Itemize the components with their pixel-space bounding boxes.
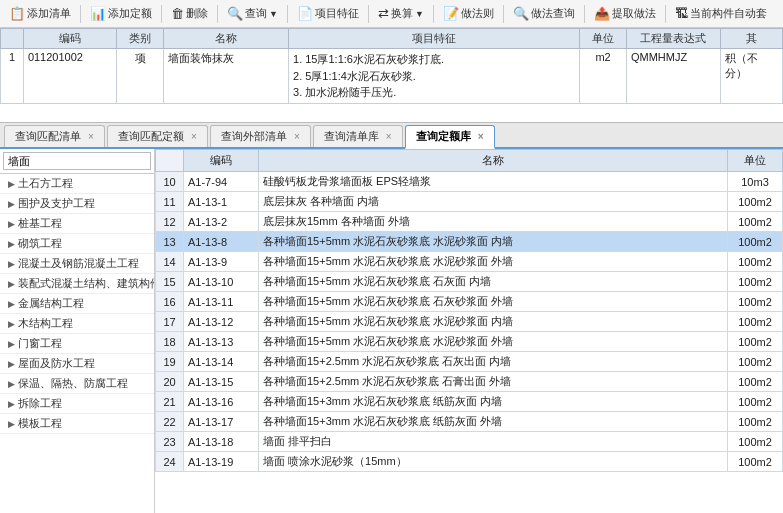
query-arrow-icon: ▼ bbox=[269, 9, 278, 19]
tab-match-amount[interactable]: 查询匹配定额 × bbox=[107, 125, 208, 147]
cell-unit: 100m2 bbox=[728, 252, 783, 272]
tree-item-earthwork[interactable]: ▶ 土石方工程 bbox=[0, 174, 154, 194]
main-table: 编码 名称 单位 10 A1-7-94 硅酸钙板龙骨浆墙面板 EPS轻墙浆 10… bbox=[155, 149, 783, 472]
th-feature: 项目特征 bbox=[289, 29, 580, 49]
tab-close-query-list[interactable]: × bbox=[386, 131, 392, 142]
table-row[interactable]: 22 A1-13-17 各种墙面15+3mm 水泥石灰砂浆底 纸筋灰面 外墙 1… bbox=[156, 412, 783, 432]
tree-label-insulation: 保温、隔热、防腐工程 bbox=[18, 376, 128, 391]
table-row[interactable]: 20 A1-13-15 各种墙面15+2.5mm 水泥石灰砂浆底 石膏出面 外墙… bbox=[156, 372, 783, 392]
tree-arrow-earthwork: ▶ bbox=[8, 179, 15, 189]
row-name: 墙面装饰抹灰 bbox=[164, 49, 289, 104]
tree-item-prefab[interactable]: ▶ 装配式混凝土结构、建筑构件及... bbox=[0, 274, 154, 294]
separator bbox=[503, 5, 504, 23]
make-query-icon: 🔍 bbox=[513, 6, 529, 21]
tab-close-match-list[interactable]: × bbox=[88, 131, 94, 142]
tree-item-wood[interactable]: ▶ 木结构工程 bbox=[0, 314, 154, 334]
table-row[interactable]: 23 A1-13-18 墙面 排平扫白 100m2 bbox=[156, 432, 783, 452]
cell-unit: 100m2 bbox=[728, 352, 783, 372]
tree-item-insulation[interactable]: ▶ 保温、隔热、防腐工程 bbox=[0, 374, 154, 394]
current-component-button[interactable]: 🏗 当前构件自动套 bbox=[670, 4, 772, 23]
tree-item-formwork[interactable]: ▶ 模板工程 bbox=[0, 414, 154, 434]
table-row[interactable]: 11 A1-13-1 底层抹灰 各种墙面 内墙 100m2 bbox=[156, 192, 783, 212]
tree-label-concrete: 混凝土及钢筋混凝土工程 bbox=[18, 256, 139, 271]
cell-unit: 10m3 bbox=[728, 172, 783, 192]
cell-name: 各种墙面15+3mm 水泥石灰砂浆底 纸筋灰面 外墙 bbox=[259, 412, 728, 432]
cell-code: A1-13-14 bbox=[184, 352, 259, 372]
separator bbox=[665, 5, 666, 23]
tab-match-list[interactable]: 查询匹配清单 × bbox=[4, 125, 105, 147]
tree-arrow-formwork: ▶ bbox=[8, 419, 15, 429]
convert-arrow-icon: ▼ bbox=[415, 9, 424, 19]
make-query-button[interactable]: 🔍 做法查询 bbox=[508, 4, 580, 23]
table-row[interactable]: 17 A1-13-12 各种墙面15+5mm 水泥石灰砂浆底 水泥砂浆面 内墙 … bbox=[156, 312, 783, 332]
table-row[interactable]: 1 011201002 项 墙面装饰抹灰 1. 15厚1:1:6水泥石灰砂浆打底… bbox=[1, 49, 783, 104]
separator bbox=[433, 5, 434, 23]
tab-close-query-amount[interactable]: × bbox=[478, 131, 484, 142]
tree-arrow-masonry: ▶ bbox=[8, 239, 15, 249]
tree-item-roof[interactable]: ▶ 屋面及防水工程 bbox=[0, 354, 154, 374]
cell-row-num: 10 bbox=[156, 172, 184, 192]
tabs-bar: 查询匹配清单 × 查询匹配定额 × 查询外部清单 × 查询清单库 × 查询定额库… bbox=[0, 123, 783, 149]
table-row[interactable]: 16 A1-13-11 各种墙面15+5mm 水泥石灰砂浆底 石灰砂浆面 外墙 … bbox=[156, 292, 783, 312]
tree-arrow-fence: ▶ bbox=[8, 199, 15, 209]
top-table-area: 编码 类别 名称 项目特征 单位 工程量表达式 其 1 011201002 项 … bbox=[0, 28, 783, 123]
tree-arrow-roof: ▶ bbox=[8, 359, 15, 369]
th-unit: 单位 bbox=[580, 29, 627, 49]
tree-item-concrete[interactable]: ▶ 混凝土及钢筋混凝土工程 bbox=[0, 254, 154, 274]
cell-unit: 100m2 bbox=[728, 412, 783, 432]
table-row[interactable]: 24 A1-13-19 墙面 喷涂水泥砂浆（15mm） 100m2 bbox=[156, 452, 783, 472]
tree-item-door-window[interactable]: ▶ 门窗工程 bbox=[0, 334, 154, 354]
th-type: 类别 bbox=[117, 29, 164, 49]
cell-unit: 100m2 bbox=[728, 332, 783, 352]
make-method-button[interactable]: 📝 做法则 bbox=[438, 4, 499, 23]
row-feature: 1. 15厚1:1:6水泥石灰砂浆打底. 2. 5厚1:1:4水泥石灰砂浆. 3… bbox=[289, 49, 580, 104]
tree-label-formwork: 模板工程 bbox=[18, 416, 62, 431]
table-row[interactable]: 13 A1-13-8 各种墙面15+5mm 水泥石灰砂浆底 水泥砂浆面 内墙 1… bbox=[156, 232, 783, 252]
search-input[interactable] bbox=[3, 152, 151, 170]
tab-query-list[interactable]: 查询清单库 × bbox=[313, 125, 403, 147]
th-name: 名称 bbox=[164, 29, 289, 49]
table-row[interactable]: 10 A1-7-94 硅酸钙板龙骨浆墙面板 EPS轻墙浆 10m3 bbox=[156, 172, 783, 192]
convert-button[interactable]: ⇄ 换算 ▼ bbox=[373, 4, 429, 23]
tab-outer-list[interactable]: 查询外部清单 × bbox=[210, 125, 311, 147]
tab-close-outer-list[interactable]: × bbox=[294, 131, 300, 142]
cell-unit: 100m2 bbox=[728, 212, 783, 232]
tab-close-match-amount[interactable]: × bbox=[191, 131, 197, 142]
row-more: 积（不分） bbox=[720, 49, 782, 104]
cell-code: A1-13-17 bbox=[184, 412, 259, 432]
add-amount-button[interactable]: 📊 添加定额 bbox=[85, 4, 157, 23]
cell-row-num: 13 bbox=[156, 232, 184, 252]
cell-name: 各种墙面15+5mm 水泥石灰砂浆底 水泥砂浆面 内墙 bbox=[259, 312, 728, 332]
convert-icon: ⇄ bbox=[378, 6, 389, 21]
cell-unit: 100m2 bbox=[728, 292, 783, 312]
feature-list: 1. 15厚1:1:6水泥石灰砂浆打底. 2. 5厚1:1:4水泥石灰砂浆. 3… bbox=[293, 51, 575, 101]
cell-code: A1-13-18 bbox=[184, 432, 259, 452]
tab-query-amount[interactable]: 查询定额库 × bbox=[405, 125, 495, 149]
delete-button[interactable]: 🗑 删除 bbox=[166, 4, 213, 23]
separator bbox=[217, 5, 218, 23]
extract-button[interactable]: 📤 提取做法 bbox=[589, 4, 661, 23]
feature-item-2: 2. 5厚1:1:4水泥石灰砂浆. bbox=[293, 68, 575, 85]
table-row[interactable]: 19 A1-13-14 各种墙面15+2.5mm 水泥石灰砂浆底 石灰出面 内墙… bbox=[156, 352, 783, 372]
tree-item-foundation[interactable]: ▶ 桩基工程 bbox=[0, 214, 154, 234]
table-row[interactable]: 18 A1-13-13 各种墙面15+5mm 水泥石灰砂浆底 水泥砂浆面 外墙 … bbox=[156, 332, 783, 352]
tree-item-metal[interactable]: ▶ 金属结构工程 bbox=[0, 294, 154, 314]
cell-unit: 100m2 bbox=[728, 392, 783, 412]
table-row[interactable]: 12 A1-13-2 底层抹灰15mm 各种墙面 外墙 100m2 bbox=[156, 212, 783, 232]
tree-label-door-window: 门窗工程 bbox=[18, 336, 62, 351]
cell-name: 各种墙面15+2.5mm 水泥石灰砂浆底 石灰出面 内墙 bbox=[259, 352, 728, 372]
feature-button[interactable]: 📄 项目特征 bbox=[292, 4, 364, 23]
tree-item-demolish[interactable]: ▶ 拆除工程 bbox=[0, 394, 154, 414]
cell-code: A1-13-9 bbox=[184, 252, 259, 272]
th-more: 其 bbox=[720, 29, 782, 49]
add-amount-icon: 📊 bbox=[90, 6, 106, 21]
table-row[interactable]: 14 A1-13-9 各种墙面15+5mm 水泥石灰砂浆底 水泥砂浆面 外墙 1… bbox=[156, 252, 783, 272]
table-row[interactable]: 15 A1-13-10 各种墙面15+5mm 水泥石灰砂浆底 石灰面 内墙 10… bbox=[156, 272, 783, 292]
tree-label-wood: 木结构工程 bbox=[18, 316, 73, 331]
add-list-button[interactable]: 📋 添加清单 bbox=[4, 4, 76, 23]
tree-item-fence[interactable]: ▶ 围护及支护工程 bbox=[0, 194, 154, 214]
table-row[interactable]: 21 A1-13-16 各种墙面15+3mm 水泥石灰砂浆底 纸筋灰面 内墙 1… bbox=[156, 392, 783, 412]
tree-label-roof: 屋面及防水工程 bbox=[18, 356, 95, 371]
tree-item-masonry[interactable]: ▶ 砌筑工程 bbox=[0, 234, 154, 254]
query-button[interactable]: 🔍 查询 ▼ bbox=[222, 4, 283, 23]
